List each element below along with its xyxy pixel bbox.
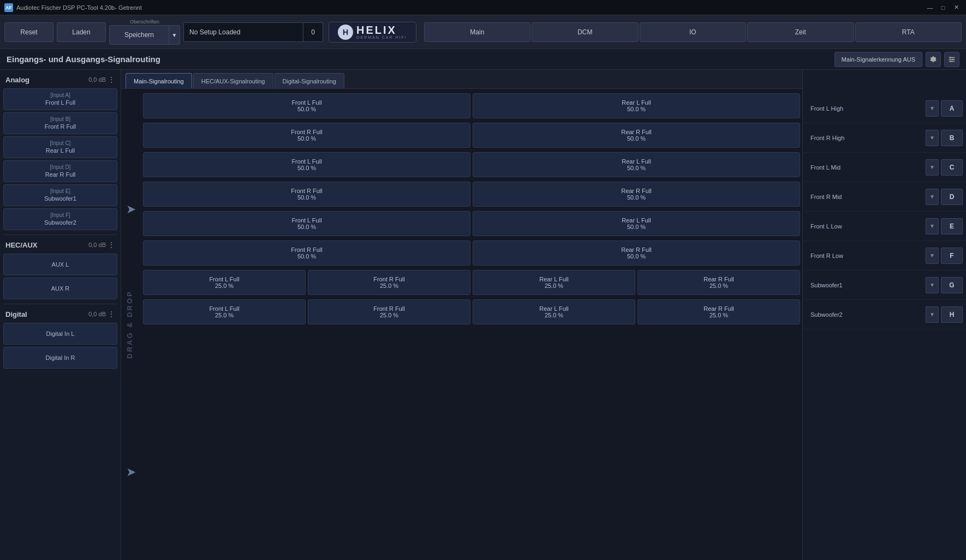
sliders-icon-button[interactable] [944, 52, 959, 67]
output-label-h: Subwoofer2 [806, 311, 926, 318]
output-row-a: Front L High ▼ A [803, 94, 966, 123]
setup-counter: 0 [303, 22, 323, 42]
input-c-btn[interactable]: [Input C] Rear L Full [3, 136, 117, 158]
output-dropdown-d[interactable]: ▼ [926, 189, 939, 205]
hec-db: 0,0 dB ⋮ [88, 240, 115, 249]
routing-row-c: Front L Full 50.0 % Rear L Full 50.0 % [143, 152, 800, 177]
output-dropdown-g[interactable]: ▼ [926, 277, 939, 293]
setup-input[interactable] [183, 22, 303, 42]
tab-zeit[interactable]: Zeit [747, 22, 854, 42]
signal-box-front-l-full-1[interactable]: Front L Full 50.0 % [143, 93, 470, 118]
analog-menu-icon[interactable]: ⋮ [108, 75, 115, 84]
input-f-btn[interactable]: [Input F] Subwoofer2 [3, 208, 117, 230]
output-dropdown-e[interactable]: ▼ [926, 218, 939, 234]
digital-in-l-btn[interactable]: Digital In L [3, 323, 117, 345]
close-button[interactable]: ✕ [951, 3, 962, 12]
title-bar: AF Audiotec Fischer DSP PC-Tool 4.20b- G… [0, 0, 966, 15]
oberschriften-label: Oberschriften [109, 19, 180, 25]
divider-2 [3, 304, 117, 304]
tab-dcm[interactable]: DCM [532, 22, 638, 42]
input-a-btn[interactable]: [Input A] Front L Full [3, 88, 117, 110]
output-label-b: Front R High [806, 135, 926, 141]
settings-icon-button[interactable] [926, 52, 941, 67]
routing-row-f: Front R Full 50.0 % Rear R Full 50.0 % [143, 240, 800, 266]
signal-box-front-l-full-2[interactable]: Front L Full 50.0 % [143, 152, 470, 177]
digital-in-r-btn[interactable]: Digital In R [3, 347, 117, 369]
left-panel: Analog 0,0 dB ⋮ [Input A] Front L Full [… [0, 70, 121, 560]
signal-box-front-r-full-3[interactable]: Front R Full 50.0 % [143, 240, 470, 266]
output-letter-f: F [941, 248, 963, 264]
output-dropdown-b[interactable]: ▼ [926, 130, 939, 146]
input-e-btn[interactable]: [Input E] Subwoofer1 [3, 184, 117, 206]
page-title: Eingangs- und Ausgangs-Signalrouting [7, 55, 160, 64]
toolbar: Reset Laden Oberschriften Speichern ▼ 0 … [0, 15, 966, 49]
signal-box-front-l-full-3[interactable]: Front L Full 50.0 % [143, 211, 470, 236]
page-header-right: Main-Signalerkennung AUS [834, 52, 959, 67]
input-d-btn[interactable]: [Input D] Rear R Full [3, 160, 117, 182]
helix-text-group: HELIX GERMAN CAR HIFI [356, 25, 407, 39]
signal-box-rear-r-full-3[interactable]: Rear R Full 50.0 % [473, 240, 800, 266]
signal-box-h-rr[interactable]: Rear R Full 25.0 % [637, 299, 800, 324]
routing-tab-hec[interactable]: HEC/AUX-Signalrouting [193, 73, 273, 88]
routing-tab-digital[interactable]: Digital-Signalrouting [275, 73, 344, 88]
hec-menu-icon[interactable]: ⋮ [108, 240, 115, 249]
signal-box-rear-l-full-1[interactable]: Rear L Full 50.0 % [473, 93, 800, 118]
signal-box-g-fl[interactable]: Front L Full 25.0 % [143, 270, 306, 295]
input-b-btn[interactable]: [Input B] Front R Full [3, 112, 117, 134]
routing-row-h: Front L Full 25.0 % Front R Full 25.0 % … [143, 299, 800, 324]
svg-point-2 [950, 61, 952, 62]
signal-box-rear-l-full-2[interactable]: Rear L Full 50.0 % [473, 152, 800, 177]
signal-box-g-rr[interactable]: Rear R Full 25.0 % [637, 270, 800, 295]
tab-main[interactable]: Main [424, 22, 530, 42]
routing-row-e: Front L Full 50.0 % Rear L Full 50.0 % [143, 211, 800, 236]
analog-title: Analog [5, 76, 29, 84]
signal-box-g-rl[interactable]: Rear L Full 25.0 % [473, 270, 635, 295]
signal-box-g-fr[interactable]: Front R Full 25.0 % [308, 270, 470, 295]
tab-io[interactable]: IO [640, 22, 746, 42]
signal-box-h-rl[interactable]: Rear L Full 25.0 % [473, 299, 635, 324]
digital-menu-icon[interactable]: ⋮ [108, 310, 115, 318]
output-dropdown-a[interactable]: ▼ [926, 100, 939, 117]
digital-db: 0,0 dB ⋮ [88, 310, 115, 318]
nav-tabs: Main DCM IO Zeit RTA [424, 22, 962, 42]
signal-box-h-fl[interactable]: Front L Full 25.0 % [143, 299, 306, 324]
analog-section-header: Analog 0,0 dB ⋮ [3, 74, 117, 85]
signal-box-rear-r-full-1[interactable]: Rear R Full 50.0 % [473, 123, 800, 148]
routing-tab-main[interactable]: Main-Signalrouting [126, 73, 192, 88]
signal-box-rear-l-full-3[interactable]: Rear L Full 50.0 % [473, 211, 800, 236]
tab-rta[interactable]: RTA [855, 22, 962, 42]
aux-r-btn[interactable]: AUX R [3, 278, 117, 299]
signal-box-front-r-full-1[interactable]: Front R Full 50.0 % [143, 123, 470, 148]
output-label-d: Front R Mid [806, 194, 926, 200]
output-letter-c: C [941, 159, 963, 176]
signal-box-h-fr[interactable]: Front R Full 25.0 % [308, 299, 470, 324]
output-dropdown-c[interactable]: ▼ [926, 159, 939, 176]
output-dropdown-h[interactable]: ▼ [926, 306, 939, 323]
signal-status-button[interactable]: Main-Signalerkennung AUS [834, 52, 922, 67]
output-row-g: Subwoofer1 ▼ G [803, 270, 966, 300]
helix-logo-wrap: H HELIX GERMAN CAR HIFI [338, 25, 407, 40]
output-row-d: Front R Mid ▼ D [803, 182, 966, 212]
center-panel: Main-Signalrouting HEC/AUX-Signalrouting… [121, 70, 802, 560]
aux-l-btn[interactable]: AUX L [3, 254, 117, 275]
divider-1 [3, 234, 117, 235]
reset-button[interactable]: Reset [4, 22, 53, 42]
speichern-button[interactable]: Speichern [109, 25, 169, 45]
output-letter-g: G [941, 277, 963, 293]
maximize-button[interactable]: □ [938, 3, 949, 12]
minimize-button[interactable]: — [925, 3, 935, 12]
output-row-e: Front L Low ▼ E [803, 212, 966, 241]
speichern-group: Oberschriften Speichern ▼ [109, 19, 180, 45]
svg-point-0 [950, 57, 951, 58]
output-dropdown-f[interactable]: ▼ [926, 248, 939, 264]
signal-box-front-r-full-2[interactable]: Front R Full 50.0 % [143, 182, 470, 207]
output-label-e: Front L Low [806, 223, 926, 230]
main-content: Analog 0,0 dB ⋮ [Input A] Front L Full [… [0, 70, 966, 560]
signal-box-rear-r-full-2[interactable]: Rear R Full 50.0 % [473, 182, 800, 207]
title-bar-left: AF Audiotec Fischer DSP PC-Tool 4.20b- G… [4, 3, 142, 12]
title-bar-controls: — □ ✕ [925, 3, 962, 12]
laden-button[interactable]: Laden [57, 22, 106, 42]
speichern-dropdown[interactable]: ▼ [169, 25, 180, 45]
routing-tabs: Main-Signalrouting HEC/AUX-Signalrouting… [121, 70, 802, 89]
setup-input-group: 0 [183, 22, 323, 42]
